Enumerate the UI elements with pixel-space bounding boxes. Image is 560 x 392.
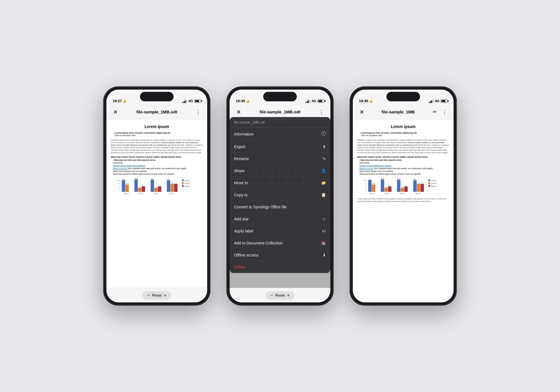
menu-item-share-label: Share (234, 169, 244, 173)
reset-control-2[interactable]: − Reset + (265, 291, 295, 300)
svg-text:2.4: 2.4 (139, 186, 141, 188)
bottom-bar-2: − Reset + (230, 288, 330, 302)
list-item-3a: • Maecenas non lorem quis tellus placera… (360, 159, 449, 161)
menu-item-convert-label: Convert to Synology Office file (234, 205, 287, 209)
label-icon: 🏷 (322, 229, 326, 233)
svg-text:8.02: 8.02 (414, 179, 416, 180)
menu-item-applylabel[interactable]: Apply label 🏷 (230, 225, 330, 237)
list-item-3d: Mauris id ex erat. Nunc vulputate neque … (360, 167, 449, 169)
doc-subheading: Maecenas mauris lectus, lobortis et puru… (111, 156, 203, 158)
menu-item-export[interactable]: Export ⬆ (230, 141, 330, 153)
menu-item-delete[interactable]: Delete (230, 261, 330, 273)
close-button-3[interactable]: ✕ (357, 108, 366, 116)
svg-text:4.54: 4.54 (126, 183, 129, 185)
minus-icon-2[interactable]: − (270, 293, 273, 298)
doc-bullet-bold: Lorem ipsum dolor sit amet, consectetur … (115, 132, 171, 134)
bell-icon: 🔔 (123, 99, 126, 102)
svg-text:Row 3: Row 3 (400, 193, 405, 194)
menu-item-rename[interactable]: Rename ✎ (230, 153, 330, 165)
doc-bullet-normal: Nunc ac faucibus odio. (115, 134, 136, 137)
offline-icon: ⬇ (323, 253, 326, 257)
svg-rect-9 (167, 180, 170, 192)
document-title-3: file-sample_1MB (366, 109, 430, 114)
menu-item-share[interactable]: Share 👤 (230, 165, 330, 177)
svg-text:Row 2: Row 2 (138, 193, 143, 194)
menu-item-moveto[interactable]: Move to 📁 (230, 177, 330, 189)
export-icon: ⬆ (323, 144, 326, 149)
reset-control[interactable]: − Reset + (142, 291, 172, 300)
document-title: file-sample_1MB.odt (120, 109, 194, 114)
information-icon: ⓘ (321, 131, 326, 137)
svg-text:9.05: 9.05 (381, 178, 384, 179)
svg-text:Row 2: Row 2 (385, 193, 390, 194)
menu-item-copyto[interactable]: Copy to 📋 (230, 189, 330, 201)
svg-text:8.1: 8.1 (369, 178, 371, 180)
svg-rect-10 (171, 184, 174, 192)
doc-bullet-3: • Lorem ipsum dolor sit amet, consectetu… (357, 132, 449, 137)
document-content-3: Lorem ipsum • Lorem ipsum dolor sit amet… (353, 119, 454, 302)
svg-text:Column 3: Column 3 (431, 185, 437, 187)
menu-item-addstar-label: Add star (234, 217, 249, 221)
more-button-3[interactable]: ⋮ (440, 108, 449, 116)
dynamic-island-2 (263, 92, 297, 101)
svg-text:3.1: 3.1 (389, 185, 391, 186)
svg-text:Row 4: Row 4 (169, 193, 174, 194)
svg-text:2.4: 2.4 (402, 186, 403, 188)
svg-text:2.4: 2.4 (385, 186, 387, 188)
menu-item-addcollection[interactable]: Add to Document Collection 📚 (230, 237, 330, 249)
svg-rect-4 (138, 188, 141, 192)
signal-icon (182, 99, 187, 103)
svg-rect-62 (413, 180, 417, 192)
svg-rect-7 (154, 188, 158, 192)
chart: Row 1 Row 2 Row 3 Row 4 10 8 6 4 Column … (111, 177, 203, 195)
svg-rect-54 (368, 180, 372, 192)
list-item-3b: Nulla facilisi. (360, 162, 449, 164)
close-button-2[interactable]: ✕ (234, 108, 243, 116)
plus-icon[interactable]: + (164, 293, 166, 298)
context-menu: file-sample_1MB.odt Information ⓘ Export… (230, 117, 330, 273)
bell-icon-2: 🔔 (246, 99, 249, 102)
list-item: Aenean cursus fringilla justo ut aliquam… (113, 165, 203, 167)
svg-text:3.1: 3.1 (159, 185, 161, 186)
doc-heading: Lorem ipsum (111, 124, 203, 129)
document-content: Lorem ipsum • Lorem ipsum dolor sit amet… (106, 119, 207, 288)
svg-rect-1 (122, 180, 125, 192)
svg-text:4.2: 4.2 (171, 182, 173, 184)
more-button-2[interactable]: ⋮ (317, 108, 326, 116)
rename-icon: ✎ (323, 157, 326, 161)
signal-icon-3 (429, 99, 433, 103)
reset-label-2[interactable]: Reset (275, 293, 285, 297)
svg-rect-11 (174, 184, 178, 192)
svg-rect-77 (428, 185, 430, 187)
reset-label[interactable]: Reset (152, 293, 162, 297)
network-label-3: 4G (435, 99, 439, 103)
svg-text:6: 6 (119, 186, 120, 188)
svg-text:4: 4 (119, 189, 120, 191)
list-item-3c: Aenean cursus fringilla justo ut aliquam… (360, 165, 449, 167)
svg-text:Column 2: Column 2 (431, 183, 437, 184)
edit-button[interactable]: ✏ (430, 108, 439, 116)
plus-icon-2[interactable]: + (287, 293, 290, 298)
menu-item-addstar[interactable]: Add star ☆ (230, 213, 330, 225)
menu-item-information[interactable]: Information ⓘ (230, 127, 330, 141)
more-button[interactable]: ⋮ (194, 108, 203, 116)
menu-item-offline[interactable]: Offline access ⬇ (230, 249, 330, 261)
time-2: 19:45 (236, 99, 245, 103)
minus-icon[interactable]: − (147, 293, 150, 298)
doc-subheading-3: Maecenas mauris lectus, lobortis et puru… (357, 156, 449, 158)
extra-paragraph: In non mauris justo. Duis vehicula mi ve… (357, 198, 449, 203)
menu-item-offline-label: Offline access (234, 253, 259, 257)
svg-text:Row 3: Row 3 (154, 193, 159, 194)
menu-item-convert[interactable]: Convert to Synology Office file (230, 201, 330, 213)
moveto-icon: 📁 (321, 181, 326, 185)
doc-bullet-bold-3: Lorem ipsum dolor sit amet, consectetur … (361, 132, 417, 134)
network-label-2: 4G (312, 99, 316, 103)
doc-bullet: • Lorem ipsum dolor sit amet, consectetu… (111, 132, 203, 137)
svg-text:4.3: 4.3 (175, 182, 177, 184)
close-button[interactable]: ✕ (111, 108, 120, 116)
svg-rect-73 (428, 179, 430, 181)
collection-icon: 📚 (321, 241, 326, 245)
svg-text:2.4: 2.4 (155, 186, 157, 188)
menu-filename: file-sample_1MB.odt (230, 117, 330, 127)
svg-rect-56 (381, 179, 384, 192)
